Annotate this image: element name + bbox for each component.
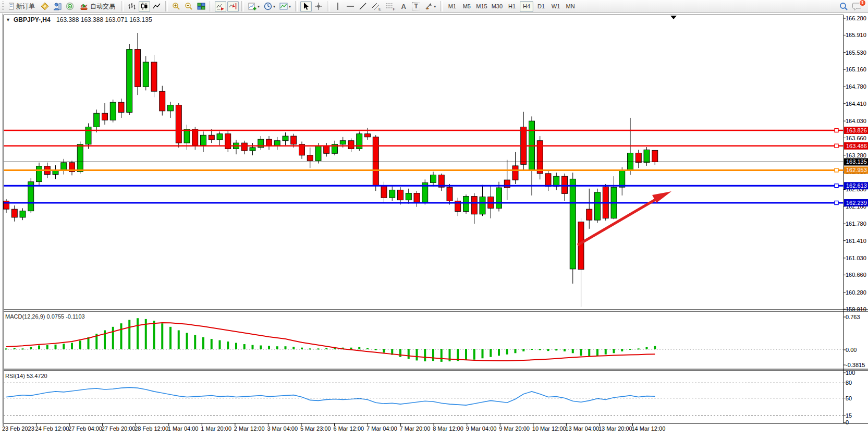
notifications-button[interactable]: 1	[851, 1, 863, 12]
svg-text:6 Mar 12:00: 6 Mar 12:00	[334, 425, 364, 432]
zoom-out-icon	[185, 2, 193, 10]
vertical-line-tool-button[interactable]	[332, 1, 344, 12]
fibonacci-tool-button[interactable]: F	[384, 1, 397, 12]
channel-sub-label: E	[378, 7, 381, 11]
auto-scroll-button[interactable]	[215, 1, 226, 12]
svg-text:50: 50	[846, 395, 852, 401]
timeframe-mn-button[interactable]: MN	[564, 1, 577, 12]
add-indicator-icon	[248, 2, 256, 10]
svg-text:15: 15	[846, 412, 852, 419]
market-watch-button[interactable]	[52, 1, 63, 12]
chart-symbol-label: GBPJPY-,H4	[14, 16, 51, 23]
periods-button[interactable]: ▾	[262, 1, 277, 12]
templates-button[interactable]: ▾	[278, 1, 292, 12]
svg-text:166.280: 166.280	[846, 15, 866, 21]
line-chart-mode-button[interactable]	[151, 1, 163, 12]
timeframe-label: M1	[448, 3, 456, 9]
text-label-tool-button[interactable]: T	[410, 1, 422, 12]
mt4-window: { "toolbar": { "new_order_label": "新订单",…	[0, 0, 868, 439]
add-indicator-button[interactable]: ▾	[247, 1, 261, 12]
chart-shift-button[interactable]	[227, 1, 239, 12]
svg-text:5 Mar 23:00: 5 Mar 23:00	[300, 425, 331, 432]
toolbar-separator	[210, 1, 212, 11]
svg-text:160.660: 160.660	[846, 272, 866, 278]
svg-text:165.530: 165.530	[846, 50, 866, 56]
search-button[interactable]	[838, 1, 850, 12]
rsi-indicator-label: RSI(14) 53.4720	[5, 373, 47, 379]
timeframe-m5-button[interactable]: M5	[460, 1, 473, 12]
trendline-icon	[359, 2, 367, 10]
auto-scroll-icon	[216, 2, 225, 10]
svg-text:23 Feb 2023: 23 Feb 2023	[2, 425, 34, 432]
svg-text:8 Mar 12:00: 8 Mar 12:00	[433, 425, 463, 432]
timeframe-m30-button[interactable]: M30	[490, 1, 504, 12]
timeframe-m1-button[interactable]: M1	[445, 1, 459, 12]
trendline-tool-button[interactable]	[357, 1, 369, 12]
chart-collapse-icon[interactable]: ▼	[6, 17, 10, 22]
autotrading-icon	[80, 2, 88, 10]
horizontal-line-tool-button[interactable]	[345, 1, 356, 12]
macd-pane: 0.7630.00-0.3815	[4, 314, 865, 368]
new-order-icon	[9, 3, 14, 10]
bar-chart-mode-button[interactable]	[126, 1, 138, 12]
chevron-down-icon: ▾	[434, 4, 436, 9]
tile-windows-button[interactable]	[195, 1, 207, 12]
time-axis[interactable]: 23 Feb 202324 Feb 12:0027 Feb 04:0027 Fe…	[2, 423, 665, 432]
fibo-sub-label: F	[393, 7, 395, 11]
channel-tool-button[interactable]: E	[370, 1, 383, 12]
timeframe-h1-button[interactable]: H1	[505, 1, 519, 12]
timeframe-m15-button[interactable]: M15	[474, 1, 488, 12]
quotes-button[interactable]	[39, 1, 51, 12]
svg-text:165.910: 165.910	[846, 32, 866, 38]
text-tool-button[interactable]: A	[398, 1, 409, 12]
chart-canvas[interactable]: 166.280165.910165.530165.160164.780164.4…	[0, 14, 868, 439]
candlestick-mode-button[interactable]	[139, 1, 150, 12]
svg-text:161.780: 161.780	[846, 221, 866, 227]
horizontal-line-icon	[346, 2, 354, 10]
svg-text:3 Mar 04:00: 3 Mar 04:00	[267, 425, 298, 432]
tile-windows-icon	[197, 2, 205, 10]
main-toolbar: 新订单 自动交易	[0, 0, 868, 13]
svg-text:GBPJPY-,H4 163.388 163: GBPJPY-,H4 163.388 163.388 163.071 163.1…	[14, 16, 152, 23]
zoom-in-button[interactable]	[170, 1, 182, 12]
svg-text:163.280: 163.280	[846, 152, 866, 158]
svg-text:7 Mar 04:00: 7 Mar 04:00	[366, 425, 397, 432]
svg-text:164.780: 164.780	[846, 83, 866, 90]
line-chart-icon	[153, 2, 161, 10]
shapes-tool-button[interactable]: ▾	[423, 1, 437, 12]
timeframe-label: MN	[566, 3, 575, 9]
timeframe-label: M15	[476, 3, 487, 9]
svg-text:163.135: 163.135	[846, 158, 867, 165]
svg-text:164.030: 164.030	[846, 118, 866, 124]
text-tool-icon: A	[401, 3, 406, 10]
svg-text:159.910: 159.910	[846, 306, 866, 312]
toolbar-drag-handle	[2, 2, 4, 11]
timeframe-d1-button[interactable]: D1	[534, 1, 548, 12]
zoom-in-icon	[172, 2, 180, 10]
new-order-button[interactable]: 新订单	[6, 1, 38, 12]
svg-text:161.410: 161.410	[846, 238, 866, 244]
template-icon	[279, 2, 288, 10]
cursor-tool-button[interactable]	[300, 1, 312, 12]
data-window-button[interactable]	[64, 1, 76, 12]
svg-text:24 Feb 12:00: 24 Feb 12:00	[35, 425, 69, 432]
price-axis[interactable]: 166.280165.910165.530165.160164.780164.4…	[843, 15, 868, 312]
chart-shift-marker[interactable]	[670, 16, 677, 19]
zoom-out-button[interactable]	[183, 1, 194, 12]
chart-title: ▼ GBPJPY-,H4 163.388 163.388 163.071 163…	[6, 16, 152, 23]
svg-text:80: 80	[846, 380, 852, 386]
toolbar-separator	[295, 1, 298, 11]
timeframe-w1-button[interactable]: W1	[549, 1, 563, 12]
svg-text:2 Mar 12:00: 2 Mar 12:00	[234, 425, 265, 432]
timeframe-h4-button[interactable]: H4	[520, 1, 533, 12]
bar-chart-icon	[128, 2, 136, 10]
autotrading-button[interactable]: 自动交易	[77, 1, 118, 12]
svg-text:100: 100	[846, 370, 855, 376]
chevron-down-icon: ▾	[258, 4, 260, 9]
toolbar-separator	[241, 1, 244, 11]
crosshair-tool-button[interactable]	[313, 1, 324, 12]
svg-text:-0.3815: -0.3815	[846, 362, 865, 368]
svg-text:27 Feb 04:00: 27 Feb 04:00	[68, 425, 102, 432]
timeframe-label: M30	[492, 3, 503, 9]
chart-shift-icon	[229, 2, 237, 10]
